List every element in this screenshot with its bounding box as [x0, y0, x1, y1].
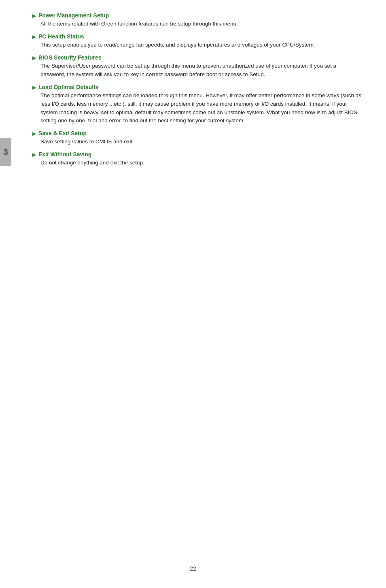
content-area: ▶ Power Management Setup All the items r… [32, 8, 362, 167]
arrow-icon: ▶ [32, 55, 36, 61]
menu-item-load-optimal: ▶ Load Optimal Defaults The optimal perf… [32, 84, 362, 126]
page-container: 3 ▶ Power Management Setup All the items… [0, 0, 386, 588]
sidebar-tab: 3 [0, 138, 11, 166]
menu-title-row: ▶ Power Management Setup [32, 12, 362, 19]
arrow-icon: ▶ [32, 34, 36, 40]
arrow-icon: ▶ [32, 85, 36, 90]
menu-item-description: The Supervisor/User password can be set … [40, 62, 362, 79]
menu-title-row: ▶ BIOS Security Features [32, 54, 362, 61]
menu-item-power-management: ▶ Power Management Setup All the items r… [32, 12, 362, 28]
arrow-icon: ▶ [32, 13, 36, 19]
menu-item-title: Save & Exit Setup [38, 130, 87, 136]
chapter-number: 3 [3, 147, 8, 157]
menu-title-row: ▶ PC Health Status [32, 33, 362, 40]
menu-item-description: Save setting values to CMOS and exit. [40, 138, 362, 146]
menu-list: ▶ Power Management Setup All the items r… [32, 12, 362, 167]
menu-item-title: Exit Without Saving [38, 151, 91, 158]
menu-item-description: All the items related with Green functio… [40, 20, 362, 28]
menu-item-title: Load Optimal Defaults [38, 84, 99, 90]
menu-item-title: Power Management Setup [38, 12, 109, 19]
menu-item-pc-health-status: ▶ PC Health Status This setup enables yo… [32, 33, 362, 49]
page-number: 22 [190, 565, 196, 572]
menu-title-row: ▶ Exit Without Saving [32, 151, 362, 158]
arrow-icon: ▶ [32, 152, 36, 158]
menu-title-row: ▶ Save & Exit Setup [32, 130, 362, 136]
menu-item-description: Do not change anything and exit the setu… [40, 159, 362, 167]
menu-item-description: This setup enables you to read/change fa… [40, 41, 362, 49]
menu-title-row: ▶ Load Optimal Defaults [32, 84, 362, 90]
menu-item-exit-without-saving: ▶ Exit Without Saving Do not change anyt… [32, 151, 362, 167]
menu-item-description: The optimal performance settings can be … [40, 92, 362, 126]
menu-item-save-exit: ▶ Save & Exit Setup Save setting values … [32, 130, 362, 146]
arrow-icon: ▶ [32, 131, 36, 136]
menu-item-title: BIOS Security Features [38, 54, 102, 61]
menu-item-bios-security: ▶ BIOS Security Features The Supervisor/… [32, 54, 362, 79]
menu-item-title: PC Health Status [38, 33, 84, 40]
